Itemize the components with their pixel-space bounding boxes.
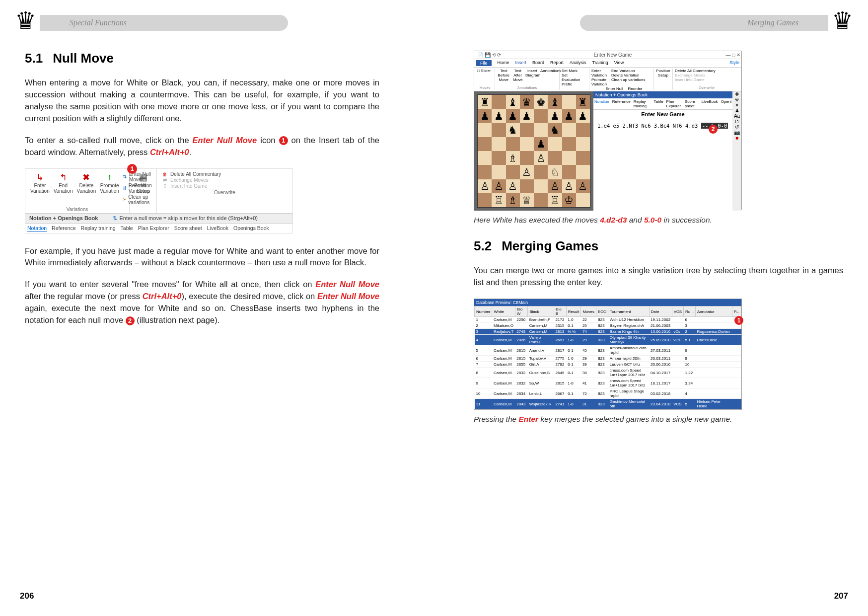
figure-board-window: 📄 💾 ⟲ ⟳ Enter New Game — □ ✕ File Home I… [474,51,742,210]
table-row[interactable]: 5Carlsen,M2815Anand,V28170-145B23Amber-b… [475,345,741,356]
paragraph-2: To enter a so-called null move, click on… [25,135,379,158]
table-row[interactable]: 1Carlsen,M2250Brandreth,F21721-022B23Wch… [475,317,741,323]
figure-ribbon-variations: 1 ↳Enter Variation ↰End Variation ✖Delet… [25,168,293,233]
header-pill-left: Special Functions [40,15,288,31]
enter-variation-button[interactable]: ↳Enter Variation [28,171,52,206]
db-preview-header: Database Preview: CBMain [474,299,741,306]
figure-callout-1-db: 1 [734,316,743,325]
tab-home[interactable]: Home [498,60,509,66]
page-left: ♛ Special Functions 5.1Null Move When en… [0,0,434,616]
tab-openings[interactable]: Openings Book [233,225,269,231]
notation-tabs: Notation Reference Replay training Table… [25,224,292,233]
table-row[interactable]: 4Carlsen,M2826Vallejo Pons,F26971-029B23… [475,335,741,345]
table-row[interactable]: 8Carlsen,M2832Guseinov,G26450-138B23ches… [475,368,741,378]
notation-book-label: Notation + Openings Book [29,215,98,221]
paragraph-5: You can merge two or more games into a s… [474,265,843,289]
table-row[interactable]: 10Carlsen,M2834Lenic,L26670-172B23PRO Le… [475,388,741,399]
queen-icon: ♛ [832,9,853,33]
delete-commentary-button[interactable]: 🗑Delete All Commentary [161,171,289,177]
tab-board[interactable]: Board [532,60,544,66]
tab-analysis[interactable]: Analysis [570,60,586,66]
tab-file[interactable]: File [476,60,492,66]
table-row[interactable]: 11Carlsen,M2843Wojtaszek,R27411-031B23Ga… [475,399,741,409]
shortcut-ref: Ctrl+Alt+0 [150,148,189,156]
figure-database-table: 1 Database Preview: CBMain NumberWhiteEl… [474,299,742,410]
paragraph-1: When entering a move for White or Black,… [25,77,379,125]
exchange-moves-button[interactable]: ⇄Exchange Moves [161,177,289,183]
chess-board[interactable]: ♜♝♛♚♝♜♟♟♟♟♟♟♟♞♞♟♗♙♙♘♙♙♙♙♙♙♖♗♕♖♔ [474,91,593,211]
page-right: ♛ Merging Games 📄 💾 ⟲ ⟳ Enter New Game —… [434,0,868,616]
sidebar-icon[interactable]: ✚ [732,91,741,97]
table-row[interactable]: 3Radjabov,T2748Carlsen,M2813½-½74B23Bazn… [475,329,741,335]
tab-insert[interactable]: Insert [515,60,527,66]
figure-3-caption: Pressing the Enter key merges the select… [474,414,843,425]
style-link[interactable]: Style [729,60,739,66]
tab-replay[interactable]: Replay training [81,225,116,231]
section-number: 5.2 [474,238,492,253]
promote-variation-button[interactable]: ↑Promote Variation [98,171,121,206]
tab-score[interactable]: Score sheet [174,225,202,231]
delete-variation-button[interactable]: ✖Delete Variation [74,171,98,206]
callout-2: 2 [126,316,135,325]
tab-livebook[interactable]: LiveBook [207,225,228,231]
enter-null-move-ref: Enter Null Move [193,136,257,145]
tab-reference[interactable]: Reference [52,225,75,231]
section-title: Null Move [53,51,114,66]
section-5-2-heading: 5.2Merging Games [474,238,843,254]
table-row[interactable]: 2Mikalsen,OCarlsen,M23150-125B23Bayern R… [475,323,741,329]
header-left: Special Functions [40,15,394,31]
tab-view[interactable]: View [614,60,624,66]
header-left-text: Special Functions [70,18,127,27]
table-row[interactable]: 7Carlsen,M2855Giri,A27820-139B23Leuven G… [475,362,741,368]
page-number-right: 207 [834,591,848,601]
tab-report[interactable]: Report [550,60,564,66]
paragraph-3: For example, if you have just made a reg… [25,245,379,269]
table-row[interactable]: 9Carlsen,M2832So,W28151-041B23chess.com … [475,378,741,388]
header-right: Merging Games [459,15,828,31]
overwrite-group-label: Overwrite [160,190,289,195]
notation-title: Enter New Game [593,110,732,119]
queen-icon: ♛ [15,9,36,33]
paragraph-4: If you want to enter several "free moves… [25,279,379,326]
section-title: Merging Games [502,238,598,253]
table-row[interactable]: 6Carlsen,M2815Topalov,V27751-029B23Amber… [475,356,741,362]
page-number-left: 206 [20,591,34,601]
end-variation-button[interactable]: ↰End Variation [52,171,75,206]
figure-2-caption: Here White has executed the moves 4.d2-d… [474,215,843,226]
notation-pane-header: Notation + Openings Book [593,91,732,98]
insert-into-game-button[interactable]: ↧Insert Into Game [161,183,289,189]
figure-callout-2: 2 [709,125,718,134]
tab-table[interactable]: Table [121,225,133,231]
games-table[interactable]: NumberWhiteElo WBlackElo BResultMovesECO… [474,306,741,409]
tab-plan[interactable]: Plan Explorer [138,225,169,231]
main-tabs: File Home Insert Board Report Analysis T… [474,59,741,68]
window-title: Enter New Game [515,52,711,58]
tooltip-text: Enter a null move = skip a move for this… [119,215,258,221]
figure-callout-1: 1 [127,164,137,174]
header-pill-right: Merging Games [580,15,828,31]
callout-1: 1 [279,136,288,145]
position-setup-button[interactable]: ▦Position Setup [133,171,153,195]
header-right-text: Merging Games [747,18,798,27]
variations-group-label: Variations [28,207,126,212]
section-number: 5.1 [25,51,43,66]
tab-training[interactable]: Training [592,60,608,66]
tab-notation[interactable]: Notation [27,225,47,231]
section-5-1-heading: 5.1Null Move [25,51,379,66]
